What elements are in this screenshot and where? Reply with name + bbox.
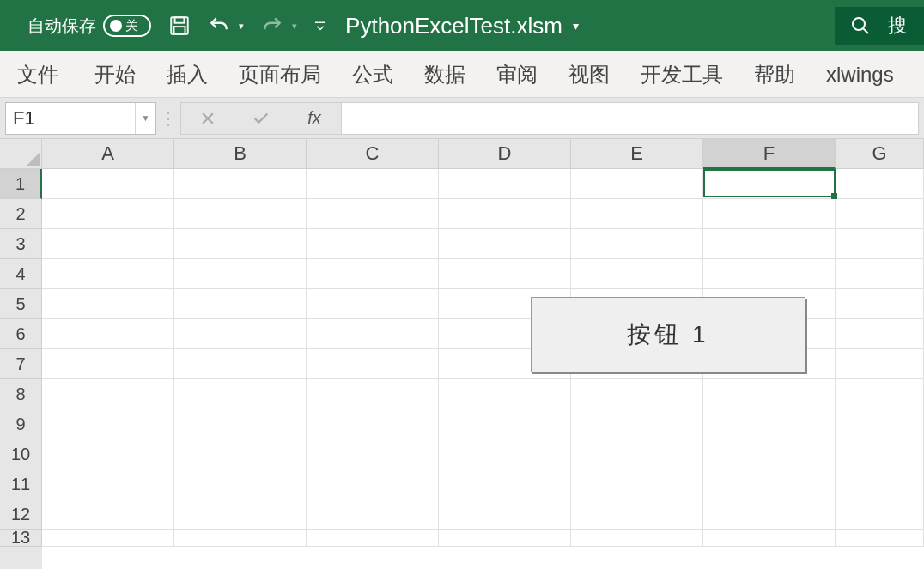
cell[interactable] bbox=[42, 319, 174, 349]
cell[interactable] bbox=[836, 530, 924, 547]
cell[interactable] bbox=[42, 169, 174, 199]
row-header-12[interactable]: 12 bbox=[0, 499, 42, 530]
cell[interactable] bbox=[703, 530, 836, 547]
cell[interactable] bbox=[439, 439, 571, 469]
cell[interactable] bbox=[836, 469, 924, 499]
cell[interactable] bbox=[307, 169, 439, 199]
tab-formulas[interactable]: 公式 bbox=[337, 51, 409, 97]
cell[interactable] bbox=[42, 199, 174, 229]
tab-data[interactable]: 数据 bbox=[409, 51, 481, 97]
cell[interactable] bbox=[439, 259, 571, 289]
row-header-8[interactable]: 8 bbox=[0, 379, 42, 409]
file-title[interactable]: PythonExcelTest.xlsm ▾ bbox=[345, 13, 579, 39]
cell[interactable] bbox=[703, 199, 836, 229]
select-all-corner[interactable] bbox=[0, 139, 42, 169]
tab-review[interactable]: 审阅 bbox=[481, 51, 553, 97]
tab-insert[interactable]: 插入 bbox=[151, 51, 223, 97]
tab-xlwings[interactable]: xlwings bbox=[811, 51, 909, 97]
tab-help[interactable]: 帮助 bbox=[739, 51, 811, 97]
cell[interactable] bbox=[307, 469, 439, 499]
row-header-4[interactable]: 4 bbox=[0, 259, 42, 289]
cell[interactable] bbox=[174, 439, 307, 469]
cell[interactable] bbox=[174, 409, 307, 439]
macro-button-1[interactable]: 按钮 1 bbox=[531, 297, 805, 372]
cell[interactable] bbox=[439, 530, 571, 547]
col-header-G[interactable]: G bbox=[836, 139, 924, 169]
cell[interactable] bbox=[703, 379, 836, 409]
cell[interactable] bbox=[174, 469, 307, 499]
cell[interactable] bbox=[836, 379, 924, 409]
row-header-1[interactable]: 1 bbox=[0, 169, 42, 199]
cell[interactable] bbox=[174, 199, 307, 229]
cell[interactable] bbox=[703, 229, 836, 259]
cell[interactable] bbox=[439, 169, 571, 199]
redo-dropdown-icon[interactable]: ▾ bbox=[292, 21, 297, 32]
cell[interactable] bbox=[571, 530, 703, 547]
cell[interactable] bbox=[836, 199, 924, 229]
cell[interactable] bbox=[174, 319, 307, 349]
search-box[interactable]: 搜 bbox=[835, 7, 924, 45]
cell[interactable] bbox=[836, 259, 924, 289]
cell[interactable] bbox=[307, 379, 439, 409]
row-header-7[interactable]: 7 bbox=[0, 349, 42, 379]
cell[interactable] bbox=[307, 199, 439, 229]
cell[interactable] bbox=[439, 469, 571, 499]
cell[interactable] bbox=[307, 409, 439, 439]
undo-dropdown-icon[interactable]: ▾ bbox=[239, 21, 244, 32]
cell[interactable] bbox=[836, 289, 924, 319]
cell[interactable] bbox=[307, 530, 439, 547]
cell[interactable] bbox=[703, 409, 836, 439]
row-header-10[interactable]: 10 bbox=[0, 439, 42, 469]
tab-view[interactable]: 视图 bbox=[553, 51, 625, 97]
cell[interactable] bbox=[42, 379, 174, 409]
cell[interactable] bbox=[42, 289, 174, 319]
cell[interactable] bbox=[836, 229, 924, 259]
cell[interactable] bbox=[174, 379, 307, 409]
cell[interactable] bbox=[307, 259, 439, 289]
col-header-E[interactable]: E bbox=[571, 139, 703, 169]
row-header-11[interactable]: 11 bbox=[0, 469, 42, 499]
cell[interactable] bbox=[42, 409, 174, 439]
tab-home[interactable]: 开始 bbox=[79, 51, 151, 97]
cell[interactable] bbox=[703, 169, 836, 199]
cell[interactable] bbox=[174, 259, 307, 289]
tab-page-layout[interactable]: 页面布局 bbox=[223, 51, 337, 97]
cell[interactable] bbox=[836, 349, 924, 379]
cell[interactable] bbox=[42, 259, 174, 289]
col-header-D[interactable]: D bbox=[439, 139, 571, 169]
col-header-A[interactable]: A bbox=[42, 139, 174, 169]
cell[interactable] bbox=[439, 379, 571, 409]
cell[interactable] bbox=[439, 199, 571, 229]
cell[interactable] bbox=[571, 199, 703, 229]
cell[interactable] bbox=[439, 499, 571, 530]
enter-button[interactable] bbox=[234, 109, 288, 128]
cell[interactable] bbox=[571, 169, 703, 199]
cell[interactable] bbox=[42, 530, 174, 547]
name-box[interactable]: F1 ▼ bbox=[5, 102, 156, 135]
cell[interactable] bbox=[174, 349, 307, 379]
cell[interactable] bbox=[571, 439, 703, 469]
cell[interactable] bbox=[307, 319, 439, 349]
cell[interactable] bbox=[571, 229, 703, 259]
col-header-C[interactable]: C bbox=[307, 139, 439, 169]
cell[interactable] bbox=[703, 439, 836, 469]
redo-button[interactable] bbox=[259, 15, 285, 37]
name-box-dropdown-icon[interactable]: ▼ bbox=[135, 103, 155, 134]
cell[interactable] bbox=[42, 469, 174, 499]
cell[interactable] bbox=[307, 349, 439, 379]
cancel-button[interactable] bbox=[181, 110, 234, 127]
cell[interactable] bbox=[571, 379, 703, 409]
cell[interactable] bbox=[836, 439, 924, 469]
col-header-F[interactable]: F bbox=[703, 139, 836, 169]
row-header-6[interactable]: 6 bbox=[0, 319, 42, 349]
col-header-B[interactable]: B bbox=[174, 139, 307, 169]
cell[interactable] bbox=[703, 259, 836, 289]
cell[interactable] bbox=[836, 319, 924, 349]
cell[interactable] bbox=[571, 499, 703, 530]
tab-developer[interactable]: 开发工具 bbox=[625, 51, 739, 97]
cell[interactable] bbox=[42, 499, 174, 530]
cell[interactable] bbox=[836, 499, 924, 530]
autosave-toggle[interactable]: 关 bbox=[103, 15, 151, 37]
cell[interactable] bbox=[307, 499, 439, 530]
cell[interactable] bbox=[174, 499, 307, 530]
